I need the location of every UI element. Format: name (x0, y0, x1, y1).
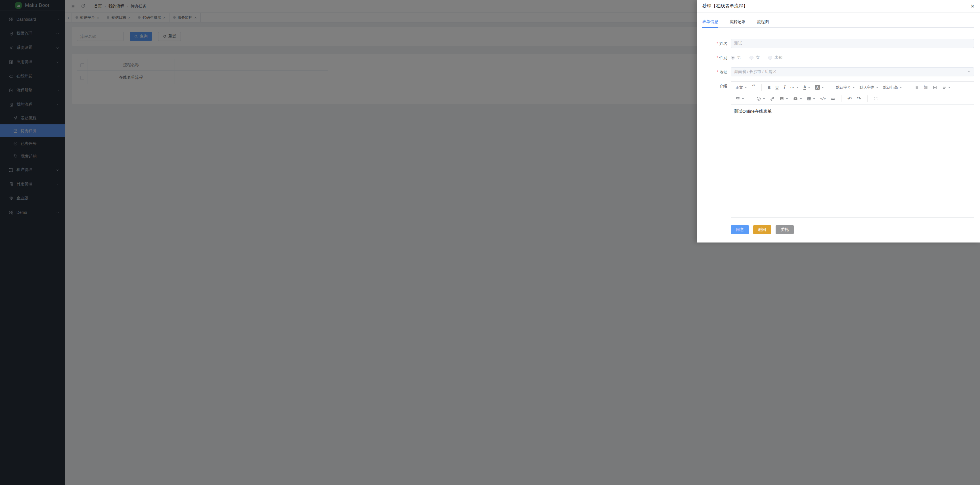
drawer-overlay-mask[interactable] (0, 0, 490, 243)
